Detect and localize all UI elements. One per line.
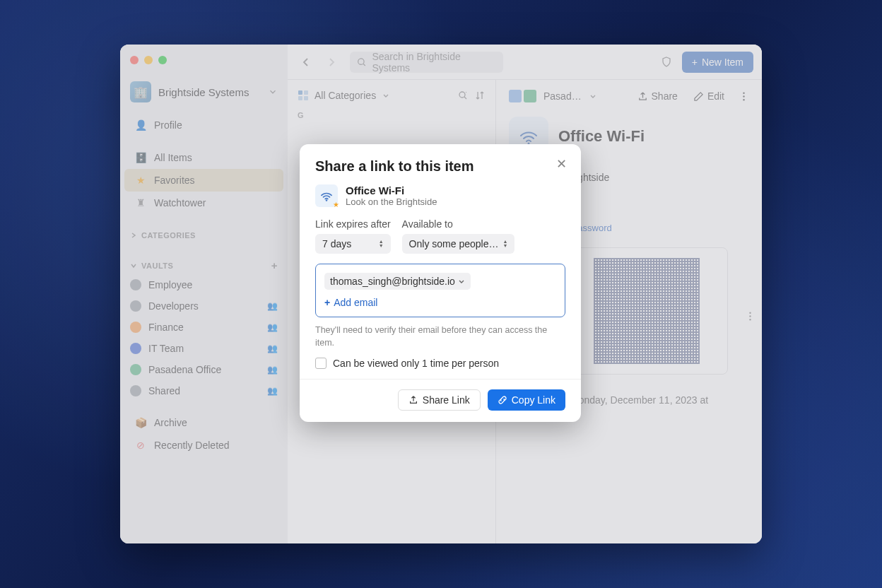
add-email-button[interactable]: + Add email — [324, 297, 556, 308]
person-icon: 👤 — [134, 119, 147, 131]
chevron-down-icon[interactable] — [589, 92, 597, 100]
sidebar-label: Profile — [154, 119, 182, 131]
available-label: Available to — [402, 218, 515, 234]
sidebar-label: Recently Deleted — [154, 440, 230, 451]
close-modal-button[interactable]: ✕ — [553, 155, 570, 172]
account-icon: 🏢 — [130, 81, 151, 102]
maximize-window-button[interactable] — [158, 56, 167, 64]
svg-point-8 — [743, 98, 744, 100]
svg-point-7 — [743, 95, 744, 97]
new-item-button[interactable]: + New Item — [682, 52, 753, 73]
item-type-icon: ★ — [315, 184, 338, 207]
vault-color-icon — [130, 279, 141, 290]
stepper-icon: ▲▼ — [379, 240, 384, 248]
vault-color-icon — [130, 343, 141, 354]
sidebar-item-all-items[interactable]: 🗄️ All Items — [124, 146, 283, 169]
watchtower-icon: ♜ — [134, 196, 147, 209]
filter-icon — [457, 90, 469, 101]
vault-finance[interactable]: Finance 👥 — [120, 317, 288, 338]
expires-select[interactable]: 7 days ▲▼ — [315, 234, 391, 254]
checkbox-box — [315, 358, 327, 369]
svg-rect-2 — [304, 90, 308, 95]
modal-item-summary: ★ Office Wi-Fi Look on the Brightside — [315, 175, 565, 218]
grid-icon — [298, 90, 309, 101]
chevron-right-icon — [130, 232, 137, 239]
notifications-button[interactable] — [657, 52, 676, 72]
item-title: Office Wi-Fi — [558, 127, 645, 146]
qr-more-button[interactable] — [745, 311, 755, 322]
copy-link-button[interactable]: Copy Link — [488, 389, 565, 411]
svg-point-6 — [743, 92, 744, 93]
favorite-star-icon: ★ — [333, 201, 339, 208]
dots-vertical-icon — [739, 91, 749, 102]
view-once-checkbox[interactable]: Can be viewed only 1 time per person — [315, 358, 565, 379]
star-icon: ★ — [134, 174, 147, 187]
shared-icon: 👥 — [267, 301, 278, 311]
chevron-down-icon — [268, 87, 278, 97]
svg-point-12 — [749, 319, 751, 320]
vault-color-icon — [130, 385, 141, 396]
vault-employee[interactable]: Employee — [120, 274, 288, 295]
share-button[interactable]: Share — [637, 90, 678, 102]
vaults-header[interactable]: VAULTS + — [120, 252, 288, 274]
minimize-window-button[interactable] — [144, 56, 153, 64]
share-icon — [637, 91, 648, 102]
sidebar-item-archive[interactable]: 📦 Archive — [124, 411, 283, 434]
vault-it-team[interactable]: IT Team 👥 — [120, 338, 288, 359]
email-chip[interactable]: thomas_singh@brightside.io — [324, 273, 471, 290]
plus-icon: + — [324, 297, 330, 308]
sidebar-label: Archive — [154, 417, 187, 428]
vault-color-icon — [130, 322, 141, 333]
available-select[interactable]: Only some people… ▲▼ — [402, 234, 515, 254]
arrow-left-icon — [300, 57, 312, 68]
svg-point-5 — [459, 92, 465, 98]
chevron-down-icon — [130, 262, 137, 269]
svg-point-13 — [326, 199, 328, 201]
filter-button[interactable] — [457, 90, 469, 101]
shield-icon — [660, 56, 673, 69]
edit-button[interactable]: Edit — [693, 90, 724, 102]
stepper-icon: ▲▼ — [502, 240, 507, 248]
svg-rect-1 — [298, 90, 302, 95]
qr-code — [565, 247, 728, 375]
modal-item-sub: Look on the Brightside — [346, 196, 437, 207]
vault-shared[interactable]: Shared 👥 — [120, 380, 288, 401]
shared-icon: 👥 — [267, 343, 278, 353]
close-window-button[interactable] — [130, 56, 139, 64]
share-link-button[interactable]: Share Link — [398, 389, 481, 411]
shared-icon: 👥 — [267, 365, 278, 375]
vault-pasadena[interactable]: Pasadena Office 👥 — [120, 359, 288, 380]
vault-color-icon — [130, 300, 141, 312]
window-controls — [120, 52, 288, 77]
sidebar-item-favorites[interactable]: ★ Favorites — [124, 169, 283, 192]
share-link-modal: ✕ Share a link to this item ★ Office Wi-… — [300, 144, 581, 422]
categories-header[interactable]: CATEGORIES — [120, 224, 288, 242]
nav-back-button[interactable] — [296, 52, 316, 72]
modal-title: Share a link to this item — [315, 158, 565, 175]
email-recipients-box: thomas_singh@brightside.io + Add email — [315, 264, 565, 317]
category-filter[interactable]: All Categories — [296, 87, 487, 110]
sort-icon — [474, 90, 486, 101]
add-vault-button[interactable]: + — [271, 259, 278, 271]
more-button[interactable] — [739, 91, 749, 102]
sidebar-item-watchtower[interactable]: ♜ Watchtower — [124, 192, 283, 214]
shared-icon: 👥 — [267, 386, 278, 396]
sort-button[interactable] — [474, 90, 486, 101]
shared-icon: 👥 — [267, 322, 278, 332]
search-input[interactable]: Search in Brightside Systems — [350, 52, 503, 73]
modal-item-name: Office Wi-Fi — [346, 184, 437, 196]
svg-rect-4 — [304, 96, 308, 100]
vault-scope-label: Pasad… — [543, 90, 582, 102]
sidebar-label: Favorites — [154, 175, 195, 186]
plus-icon: + — [692, 57, 698, 68]
nav-forward-button[interactable] — [322, 52, 341, 72]
link-icon — [498, 395, 507, 405]
vault-developers[interactable]: Developers 👥 — [120, 295, 288, 317]
sidebar-item-deleted[interactable]: ⊘ Recently Deleted — [124, 434, 283, 457]
chevron-down-icon — [382, 91, 390, 100]
account-switcher[interactable]: 🏢 Brightside Systems — [120, 77, 288, 114]
sidebar-label: All Items — [154, 152, 192, 163]
sidebar-item-profile[interactable]: 👤 Profile — [124, 114, 283, 136]
arrow-right-icon — [326, 57, 337, 68]
helper-text: They'll need to verify their email befor… — [315, 317, 565, 358]
